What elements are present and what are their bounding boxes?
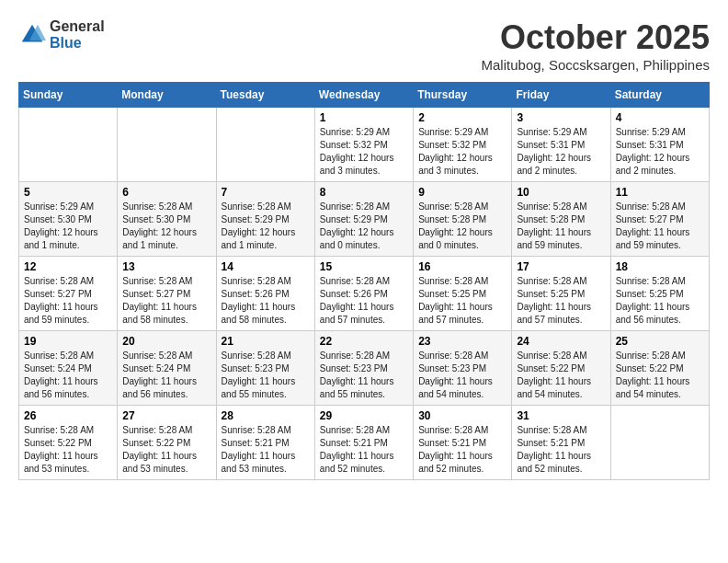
calendar-cell: 5Sunrise: 5:29 AM Sunset: 5:30 PM Daylig… <box>19 182 118 257</box>
calendar-cell: 1Sunrise: 5:29 AM Sunset: 5:32 PM Daylig… <box>314 108 413 182</box>
calendar-cell: 10Sunrise: 5:28 AM Sunset: 5:28 PM Dayli… <box>512 182 610 257</box>
day-number: 24 <box>517 335 605 348</box>
calendar-cell: 14Sunrise: 5:28 AM Sunset: 5:26 PM Dayli… <box>216 257 314 331</box>
day-number: 20 <box>122 335 210 348</box>
day-number: 6 <box>122 186 210 199</box>
day-number: 13 <box>122 260 210 273</box>
month-title: October 2025 <box>482 18 710 57</box>
day-info: Sunrise: 5:28 AM Sunset: 5:25 PM Dayligh… <box>616 275 704 327</box>
calendar-cell: 13Sunrise: 5:28 AM Sunset: 5:27 PM Dayli… <box>118 257 216 331</box>
day-info: Sunrise: 5:28 AM Sunset: 5:23 PM Dayligh… <box>320 350 408 401</box>
calendar-cell <box>118 108 216 182</box>
day-info: Sunrise: 5:28 AM Sunset: 5:25 PM Dayligh… <box>517 275 605 327</box>
day-number: 14 <box>222 260 310 273</box>
day-info: Sunrise: 5:28 AM Sunset: 5:27 PM Dayligh… <box>616 201 704 252</box>
day-number: 27 <box>122 409 210 422</box>
logo-blue: Blue <box>50 35 105 52</box>
weekday-header: Sunday <box>19 83 118 108</box>
calendar-week-row: 12Sunrise: 5:28 AM Sunset: 5:27 PM Dayli… <box>19 257 710 331</box>
day-info: Sunrise: 5:28 AM Sunset: 5:21 PM Dayligh… <box>222 424 310 476</box>
day-info: Sunrise: 5:28 AM Sunset: 5:24 PM Dayligh… <box>122 350 210 401</box>
calendar-cell: 28Sunrise: 5:28 AM Sunset: 5:21 PM Dayli… <box>216 406 314 480</box>
weekday-header: Wednesday <box>314 83 413 108</box>
calendar-cell: 22Sunrise: 5:28 AM Sunset: 5:23 PM Dayli… <box>314 331 413 406</box>
day-number: 28 <box>222 409 310 422</box>
calendar-cell: 19Sunrise: 5:28 AM Sunset: 5:24 PM Dayli… <box>19 331 118 406</box>
logo-icon <box>18 21 46 49</box>
calendar-cell: 26Sunrise: 5:28 AM Sunset: 5:22 PM Dayli… <box>19 406 118 480</box>
logo: General Blue <box>18 18 105 51</box>
day-info: Sunrise: 5:29 AM Sunset: 5:31 PM Dayligh… <box>517 126 605 178</box>
day-info: Sunrise: 5:28 AM Sunset: 5:23 PM Dayligh… <box>418 350 506 401</box>
day-info: Sunrise: 5:28 AM Sunset: 5:27 PM Dayligh… <box>24 275 112 327</box>
calendar-week-row: 1Sunrise: 5:29 AM Sunset: 5:32 PM Daylig… <box>19 108 710 182</box>
day-info: Sunrise: 5:29 AM Sunset: 5:30 PM Dayligh… <box>24 201 112 252</box>
day-number: 1 <box>320 111 408 124</box>
day-number: 30 <box>418 409 506 422</box>
calendar-week-row: 19Sunrise: 5:28 AM Sunset: 5:24 PM Dayli… <box>19 331 710 406</box>
page-header: General Blue October 2025 Malitubog, Soc… <box>18 18 710 73</box>
calendar-cell: 15Sunrise: 5:28 AM Sunset: 5:26 PM Dayli… <box>314 257 413 331</box>
calendar-cell <box>610 406 709 480</box>
logo-general: General <box>50 18 105 35</box>
calendar-body: 1Sunrise: 5:29 AM Sunset: 5:32 PM Daylig… <box>19 108 710 480</box>
weekday-header: Thursday <box>414 83 512 108</box>
calendar-cell: 23Sunrise: 5:28 AM Sunset: 5:23 PM Dayli… <box>414 331 512 406</box>
calendar-table: SundayMondayTuesdayWednesdayThursdayFrid… <box>18 82 710 480</box>
day-number: 23 <box>418 335 506 348</box>
logo-text: General Blue <box>50 18 105 51</box>
calendar-cell: 12Sunrise: 5:28 AM Sunset: 5:27 PM Dayli… <box>19 257 118 331</box>
weekday-header: Friday <box>512 83 610 108</box>
calendar-week-row: 26Sunrise: 5:28 AM Sunset: 5:22 PM Dayli… <box>19 406 710 480</box>
day-info: Sunrise: 5:28 AM Sunset: 5:22 PM Dayligh… <box>517 350 605 401</box>
day-number: 7 <box>222 186 310 199</box>
day-info: Sunrise: 5:28 AM Sunset: 5:22 PM Dayligh… <box>616 350 704 401</box>
day-info: Sunrise: 5:28 AM Sunset: 5:24 PM Dayligh… <box>24 350 112 401</box>
day-number: 18 <box>616 260 704 273</box>
day-info: Sunrise: 5:28 AM Sunset: 5:23 PM Dayligh… <box>222 350 310 401</box>
day-info: Sunrise: 5:28 AM Sunset: 5:27 PM Dayligh… <box>122 275 210 327</box>
weekday-row: SundayMondayTuesdayWednesdayThursdayFrid… <box>19 83 710 108</box>
day-info: Sunrise: 5:28 AM Sunset: 5:29 PM Dayligh… <box>222 201 310 252</box>
day-number: 29 <box>320 409 408 422</box>
day-info: Sunrise: 5:28 AM Sunset: 5:25 PM Dayligh… <box>418 275 506 327</box>
calendar-cell <box>19 108 118 182</box>
calendar-cell: 6Sunrise: 5:28 AM Sunset: 5:30 PM Daylig… <box>118 182 216 257</box>
day-number: 3 <box>517 111 605 124</box>
day-info: Sunrise: 5:29 AM Sunset: 5:31 PM Dayligh… <box>616 126 704 178</box>
calendar-cell <box>216 108 314 182</box>
calendar-cell: 18Sunrise: 5:28 AM Sunset: 5:25 PM Dayli… <box>610 257 709 331</box>
day-info: Sunrise: 5:28 AM Sunset: 5:28 PM Dayligh… <box>517 201 605 252</box>
day-info: Sunrise: 5:28 AM Sunset: 5:21 PM Dayligh… <box>320 424 408 476</box>
location: Malitubog, Soccsksargen, Philippines <box>482 57 710 73</box>
day-number: 31 <box>517 409 605 422</box>
day-info: Sunrise: 5:28 AM Sunset: 5:28 PM Dayligh… <box>418 201 506 252</box>
calendar-cell: 24Sunrise: 5:28 AM Sunset: 5:22 PM Dayli… <box>512 331 610 406</box>
day-number: 16 <box>418 260 506 273</box>
day-number: 10 <box>517 186 605 199</box>
day-info: Sunrise: 5:29 AM Sunset: 5:32 PM Dayligh… <box>418 126 506 178</box>
weekday-header: Tuesday <box>216 83 314 108</box>
day-info: Sunrise: 5:28 AM Sunset: 5:26 PM Dayligh… <box>320 275 408 327</box>
day-number: 22 <box>320 335 408 348</box>
day-number: 25 <box>616 335 704 348</box>
weekday-header: Saturday <box>610 83 709 108</box>
day-info: Sunrise: 5:28 AM Sunset: 5:21 PM Dayligh… <box>517 424 605 476</box>
day-number: 17 <box>517 260 605 273</box>
calendar-cell: 3Sunrise: 5:29 AM Sunset: 5:31 PM Daylig… <box>512 108 610 182</box>
day-number: 15 <box>320 260 408 273</box>
day-info: Sunrise: 5:28 AM Sunset: 5:26 PM Dayligh… <box>222 275 310 327</box>
day-number: 12 <box>24 260 112 273</box>
calendar-cell: 8Sunrise: 5:28 AM Sunset: 5:29 PM Daylig… <box>314 182 413 257</box>
day-number: 9 <box>418 186 506 199</box>
calendar-cell: 17Sunrise: 5:28 AM Sunset: 5:25 PM Dayli… <box>512 257 610 331</box>
calendar-cell: 27Sunrise: 5:28 AM Sunset: 5:22 PM Dayli… <box>118 406 216 480</box>
calendar-cell: 21Sunrise: 5:28 AM Sunset: 5:23 PM Dayli… <box>216 331 314 406</box>
calendar-cell: 20Sunrise: 5:28 AM Sunset: 5:24 PM Dayli… <box>118 331 216 406</box>
day-info: Sunrise: 5:29 AM Sunset: 5:32 PM Dayligh… <box>320 126 408 178</box>
calendar-cell: 29Sunrise: 5:28 AM Sunset: 5:21 PM Dayli… <box>314 406 413 480</box>
day-info: Sunrise: 5:28 AM Sunset: 5:30 PM Dayligh… <box>122 201 210 252</box>
calendar-week-row: 5Sunrise: 5:29 AM Sunset: 5:30 PM Daylig… <box>19 182 710 257</box>
day-number: 11 <box>616 186 704 199</box>
weekday-header: Monday <box>118 83 216 108</box>
